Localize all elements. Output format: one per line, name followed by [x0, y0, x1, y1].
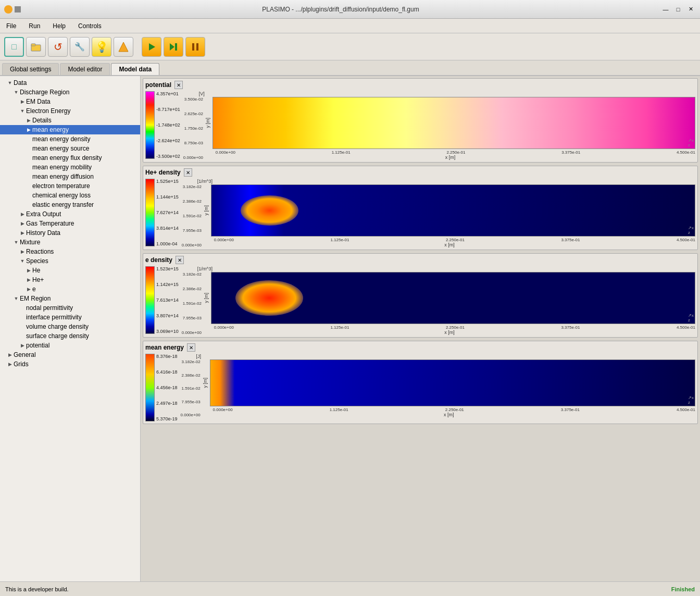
- sidebar-item-reactions[interactable]: ▶ Reactions: [0, 247, 140, 256]
- e-canvas[interactable]: ↗xz: [211, 272, 695, 324]
- chart-mean-energy-close[interactable]: ✕: [187, 343, 195, 352]
- open-button[interactable]: [26, 37, 46, 57]
- minimize-button[interactable]: —: [660, 4, 671, 15]
- arrow-electron-temp: [25, 182, 32, 190]
- build-button[interactable]: 🔧: [70, 37, 90, 57]
- sidebar-item-potential-em[interactable]: ▶ potential: [0, 341, 140, 350]
- menu-controls[interactable]: Controls: [76, 21, 104, 31]
- menu-file[interactable]: File: [4, 21, 18, 31]
- e-ylabel: y [m]: [204, 293, 209, 303]
- colorbar-potential: 4.357e+01 -8.717e+01 -1.748e+02 -2.624e+…: [145, 91, 180, 160]
- mean-energy-canvas[interactable]: ↗xz: [210, 359, 695, 406]
- he-yaxis-labels: 3.182e-02 2.386e-02 1.591e-02 7.955e-03 …: [182, 184, 203, 247]
- sidebar-item-data[interactable]: ▼ Data: [0, 78, 140, 88]
- sidebar-item-electron-temperature[interactable]: electron temperature: [0, 181, 140, 191]
- mean-energy-xaxis: 0.000e+00 1.125e-01 2.250e-01 3.375e-01 …: [203, 407, 695, 417]
- sidebar-label-potential-em: potential: [26, 342, 49, 349]
- step-button[interactable]: [164, 37, 183, 57]
- sidebar-item-he-plus[interactable]: ▶ He+: [0, 275, 140, 284]
- chart-potential-plot-area: [V] 3.500e-02 2.625e-02 1.750e-02 8.750e…: [183, 91, 695, 160]
- tab-global-settings[interactable]: Global settings: [2, 63, 59, 75]
- sidebar-item-mean-energy-diffusion[interactable]: mean energy diffusion: [0, 172, 140, 181]
- new-button[interactable]: □: [4, 37, 24, 57]
- close-button[interactable]: ✕: [685, 4, 696, 15]
- sidebar-item-grids[interactable]: ▶ Grids: [0, 359, 140, 369]
- colorbar-mean-energy: 8.376e-18 6.416e-18 4.456e-18 2.497e-18 …: [145, 354, 178, 421]
- potential-canvas[interactable]: ↗xz: [213, 97, 695, 149]
- svg-marker-4: [170, 43, 174, 51]
- sidebar-item-e[interactable]: ▶ e: [0, 284, 140, 294]
- sidebar-item-mixture[interactable]: ▼ Mixture: [0, 238, 140, 247]
- chart-he-close[interactable]: ✕: [184, 168, 192, 177]
- menu-help[interactable]: Help: [51, 21, 68, 31]
- chart-mean-energy: mean energy ✕ 8.376e-18 6.416e-18 4.456e…: [143, 341, 698, 424]
- sidebar-item-species[interactable]: ▼ Species: [0, 256, 140, 266]
- chart-potential-header: potential ✕: [145, 81, 695, 89]
- sidebar-item-mean-energy-density[interactable]: mean energy density: [0, 134, 140, 144]
- cone-button[interactable]: [114, 37, 133, 57]
- sidebar-item-mean-energy-mobility[interactable]: mean energy mobility: [0, 163, 140, 172]
- sidebar-item-em-data[interactable]: ▶ EM Data: [0, 97, 140, 106]
- arrow-mean-energy-mobility: [25, 164, 32, 171]
- sidebar-item-history-data[interactable]: ▶ History Data: [0, 228, 140, 238]
- sidebar-label-mean-energy-density: mean energy density: [32, 135, 90, 143]
- sidebar-item-gas-temperature[interactable]: ▶ Gas Temperature: [0, 219, 140, 228]
- app-icon-yellow: [4, 5, 12, 14]
- menu-run[interactable]: Run: [27, 21, 42, 31]
- chart-e-header: e density ✕: [145, 256, 695, 264]
- sidebar-item-mean-energy-source[interactable]: mean energy source: [0, 144, 140, 153]
- colorbar-he-labels: 1.525e+15 1.144e+15 7.627e+14 3.814e+14 …: [156, 179, 179, 246]
- chart-e-close[interactable]: ✕: [176, 256, 184, 264]
- window-controls[interactable]: — □ ✕: [660, 4, 696, 15]
- chart-he-plot-area: [1/m^3] 3.182e-02 2.386e-02 1.591e-02 7.…: [182, 179, 695, 247]
- sidebar-item-interface-permittivity[interactable]: interface permittivity: [0, 313, 140, 322]
- mean-energy-ylabel: y [m]: [203, 378, 208, 388]
- sidebar-item-general[interactable]: ▶ General: [0, 350, 140, 359]
- sidebar-label-reactions: Reactions: [26, 248, 54, 255]
- refresh-button[interactable]: ↺: [48, 37, 68, 57]
- arrow-discharge: ▼: [12, 89, 20, 96]
- chart-e-plot-area: [1/m^3] 3.182e-02 2.386e-02 1.591e-02 7.…: [182, 266, 695, 335]
- coord-icon-potential: ↗xz: [688, 138, 694, 147]
- sidebar-item-electron-energy[interactable]: ▼ Electron Energy: [0, 106, 140, 116]
- potential-yaxis-labels: 3.500e-02 2.625e-02 1.750e-02 8.750e-03 …: [183, 97, 204, 160]
- arrow-reactions: ▶: [19, 248, 26, 255]
- potential-xaxis-labels: 0.000e+00 1.125e-01 2.250e-01 3.375e-01 …: [205, 150, 695, 155]
- light-button[interactable]: 💡: [92, 37, 111, 57]
- arrow-mean-energy: ▶: [25, 126, 32, 133]
- sidebar-label-mean-energy-diffusion: mean energy diffusion: [32, 173, 94, 180]
- chart-e-density: e density ✕ 1.523e+15 1.142e+15 7.613e+1…: [143, 253, 698, 338]
- arrow-details: ▶: [25, 117, 32, 124]
- mean-energy-unit: [J]: [181, 354, 695, 359]
- coord-icon-he: ↗xz: [688, 226, 694, 235]
- he-canvas[interactable]: ↗xz: [211, 184, 695, 237]
- mean-energy-plot-visual: [210, 360, 695, 406]
- sidebar-item-mean-energy-flux-density[interactable]: mean energy flux density: [0, 153, 140, 163]
- arrow-mean-energy-density: [25, 135, 32, 143]
- he-unit: [1/m^3]: [182, 179, 695, 184]
- coord-icon-e: ↗xz: [688, 313, 694, 322]
- status-left: This is a developer build.: [5, 586, 69, 592]
- sidebar-item-he[interactable]: ▶ He: [0, 266, 140, 275]
- sidebar-item-mean-energy[interactable]: ▶ mean energy: [0, 125, 140, 134]
- sidebar-item-details[interactable]: ▶ Details: [0, 116, 140, 125]
- sidebar-label-gas-temperature: Gas Temperature: [26, 220, 74, 227]
- sidebar-item-discharge-region[interactable]: ▼ Discharge Region: [0, 88, 140, 97]
- sidebar-item-em-region[interactable]: ▼ EM Region: [0, 294, 140, 303]
- sidebar-item-chemical-energy-loss[interactable]: chemical energy loss: [0, 191, 140, 200]
- sidebar-item-surface-charge[interactable]: surface charge density: [0, 331, 140, 341]
- sidebar-item-nodal-permittivity[interactable]: nodal permittivity: [0, 303, 140, 313]
- sidebar-item-extra-output[interactable]: ▶ Extra Output: [0, 209, 140, 219]
- maximize-button[interactable]: □: [673, 4, 683, 15]
- potential-plot-with-yaxis: 3.500e-02 2.625e-02 1.750e-02 8.750e-03 …: [183, 97, 695, 160]
- arrow-electron-energy: ▼: [19, 107, 26, 115]
- sidebar-label-species: Species: [26, 257, 48, 265]
- play-button[interactable]: [142, 37, 161, 57]
- tab-model-editor[interactable]: Model editor: [60, 63, 110, 75]
- tab-model-data[interactable]: Model data: [111, 63, 159, 75]
- sidebar-item-volume-charge[interactable]: volume charge density: [0, 322, 140, 331]
- sidebar-item-elastic-energy-transfer[interactable]: elastic energy transfer: [0, 200, 140, 209]
- colorbar-e-labels: 1.523e+15 1.142e+15 7.613e+14 3.807e+14 …: [156, 266, 179, 334]
- pause-button[interactable]: [185, 37, 205, 57]
- chart-potential-close[interactable]: ✕: [174, 81, 183, 89]
